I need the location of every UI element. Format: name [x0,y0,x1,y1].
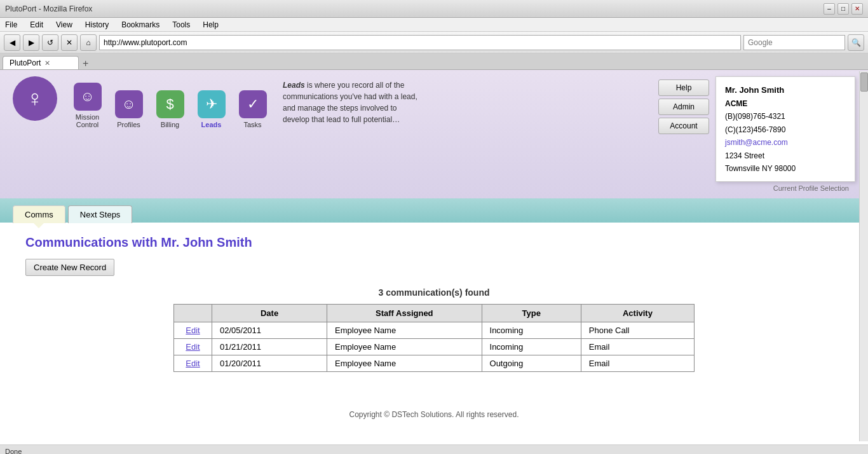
nav-tasks[interactable]: ✓ Tasks [235,90,270,128]
new-tab-button[interactable]: + [79,58,92,69]
table-row: Edit 02/05/2011 Employee Name Incoming P… [174,322,695,339]
menu-file[interactable]: File [3,19,20,31]
profile-phone-b: (B)(098)765-4321 [725,110,846,123]
app-header: ♀ ☺ Mission Control ☺ Profiles $ Billing… [0,70,868,198]
menu-history[interactable]: History [83,19,111,31]
logo-symbol: ♀ [27,85,44,112]
table-row: Edit 01/20/2011 Employee Name Outgoing E… [174,355,695,372]
edit-link-2[interactable]: Edit [186,359,200,368]
leads-label: Leads [201,121,222,128]
table-header-type: Type [482,305,581,322]
scrollbar[interactable] [859,71,868,441]
browser-tab-plutoport[interactable]: PlutoPort ✕ [3,56,79,69]
table-header-staff: Staff Assigned [327,305,482,322]
profiles-icon: ☺ [115,90,143,118]
billing-icon: $ [156,90,184,118]
type-cell-2: Outgoing [482,355,581,372]
tasks-label: Tasks [243,121,261,128]
mission-control-icon: ☺ [74,83,102,111]
nav-billing[interactable]: $ Billing [153,90,187,128]
menu-bookmarks[interactable]: Bookmarks [119,19,162,31]
table-header-activity: Activity [581,305,694,322]
stop-button[interactable]: ✕ [61,34,78,51]
type-cell-0: Incoming [482,322,581,339]
subnav: Comms Next Steps [0,198,868,223]
header-buttons: Help Admin Account [658,76,709,182]
mission-control-label: Mission Control [70,113,105,128]
help-button[interactable]: Help [658,79,709,96]
footer-copyright: Copyright © DSTech Solutions. All rights… [25,410,843,419]
staff-cell-0: Employee Name [327,322,482,339]
leads-italic-label: Leads [283,81,305,90]
right-panel: Help Admin Account Mr. John Smith ACME (… [658,76,855,192]
tab-next-steps[interactable]: Next Steps [68,205,133,223]
statusbar-text: Done [5,448,22,454]
browser-title: PlutoPort - Mozilla Firefox [5,4,92,13]
menu-edit[interactable]: Edit [27,19,46,31]
main-content: Communications with Mr. John Smith Creat… [0,223,868,444]
edit-cell-2: Edit [174,355,212,372]
page-title: Communications with Mr. John Smith [25,235,843,250]
forward-button[interactable]: ▶ [23,34,39,51]
date-cell-2: 01/20/2011 [212,355,327,372]
scrollbar-thumb[interactable] [860,72,868,92]
tasks-icon: ✓ [239,90,267,118]
edit-link-1[interactable]: Edit [186,342,200,352]
profile-company: ACME [725,97,846,110]
minimize-button[interactable]: – [824,3,835,15]
table-header-edit [174,305,212,322]
nav-profiles[interactable]: ☺ Profiles [111,90,146,128]
home-button[interactable]: ⌂ [80,34,97,51]
back-button[interactable]: ◀ [4,34,20,51]
activity-cell-0: Phone Call [581,322,694,339]
menu-help[interactable]: Help [200,19,221,31]
activity-cell-1: Email [581,339,694,355]
staff-cell-1: Employee Name [327,339,482,355]
logo-area: ♀ [13,76,57,121]
nav-mission-control[interactable]: ☺ Mission Control [70,83,105,128]
date-cell-0: 02/05/2011 [212,322,327,339]
admin-button[interactable]: Admin [658,99,709,115]
browser-tabs: PlutoPort ✕ + [0,53,868,70]
leads-icon: ✈ [198,90,226,118]
profile-phone-c: (C)(123)456-7890 [725,123,846,136]
edit-cell-0: Edit [174,322,212,339]
app-logo: ♀ [13,76,57,121]
close-button[interactable]: ✕ [851,3,863,15]
profile-card: Mr. John Smith ACME (B)(098)765-4321 (C)… [715,76,855,182]
window-controls: – □ ✕ [824,3,863,15]
profile-selection-label: Current Profile Selection [658,184,855,192]
search-bar[interactable] [743,35,845,50]
records-found-label: 3 communication(s) found [25,287,843,298]
edit-link-0[interactable]: Edit [186,326,200,335]
reload-button[interactable]: ↺ [42,34,58,51]
browser-menubar: File Edit View History Bookmarks Tools H… [0,18,868,32]
maximize-button[interactable]: □ [837,3,849,15]
leads-description: Leads is where you record all of the com… [283,76,423,125]
create-new-record-button[interactable]: Create New Record [25,259,114,276]
statusbar: Done [0,444,868,454]
profile-name: Mr. John Smith [725,83,846,97]
search-button[interactable]: 🔍 [848,34,864,51]
tab-label: PlutoPort [10,58,41,67]
date-cell-1: 01/21/2011 [212,339,327,355]
menu-view[interactable]: View [53,19,75,31]
header-buttons-and-profile: Help Admin Account Mr. John Smith ACME (… [658,76,855,182]
table-header-date: Date [212,305,327,322]
menu-tools[interactable]: Tools [170,19,193,31]
address-bar[interactable] [99,35,741,50]
nav-icons: ☺ Mission Control ☺ Profiles $ Billing ✈… [70,76,270,128]
nav-leads[interactable]: ✈ Leads [194,90,229,128]
edit-cell-1: Edit [174,339,212,355]
table-row: Edit 01/21/2011 Employee Name Incoming E… [174,339,695,355]
tab-close-button[interactable]: ✕ [44,59,50,67]
profiles-label: Profiles [117,121,140,128]
staff-cell-2: Employee Name [327,355,482,372]
tab-comms[interactable]: Comms [13,205,65,223]
communications-table: Date Staff Assigned Type Activity Edit 0… [173,304,695,372]
type-cell-1: Incoming [482,339,581,355]
profile-address1: 1234 Street [725,149,846,162]
account-button[interactable]: Account [658,118,709,134]
page-content: ♀ ☺ Mission Control ☺ Profiles $ Billing… [0,70,868,444]
profile-email[interactable]: jsmith@acme.com [725,138,788,147]
